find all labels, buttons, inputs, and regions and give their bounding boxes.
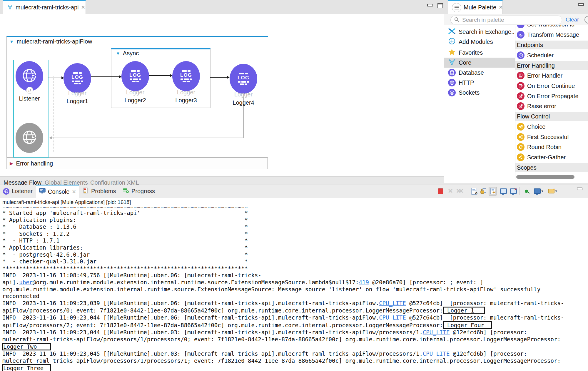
palette-item-on-error-propagate[interactable]: On Error Propagate: [515, 91, 588, 101]
palette-menu-icon[interactable]: [452, 3, 461, 12]
listener-response-node[interactable]: [16, 123, 43, 153]
palette-item-choice[interactable]: Choice: [515, 122, 588, 132]
scroll-lock-button[interactable]: [479, 187, 487, 195]
logger1-type-label: Logger: [54, 90, 101, 97]
console-text: @20e86a70] [processor: ; event: ]: [369, 279, 483, 285]
palette-tab[interactable]: Mule Palette ✕: [448, 0, 503, 14]
console-line: * Started app 'mulecraft-raml-tricks-api…: [2, 210, 588, 217]
palette-header-error-handling: Error Handling: [515, 61, 588, 70]
sidebar-item-core[interactable]: Core: [444, 58, 515, 68]
palette-item-scheduler[interactable]: Scheduler: [515, 50, 588, 60]
console-text: @12efcd6b] [processor:: [450, 350, 527, 357]
console-tab-icon: [39, 188, 46, 195]
editor-minimize-icon[interactable]: [427, 4, 433, 6]
transform-message-icon: [517, 31, 524, 39]
palette-item-on-error-continue[interactable]: On Error Continue: [515, 81, 588, 91]
console-line: * Application libraries: *: [2, 244, 588, 251]
async-header[interactable]: ▼ Async: [116, 50, 139, 57]
palette-item-scatter-gather[interactable]: Scatter-Gather: [515, 152, 588, 162]
sidebar-item-favorites[interactable]: Favorites: [444, 48, 515, 58]
console-link[interactable]: CPU_LITE: [423, 350, 450, 357]
logger1-node[interactable]: LOG: [64, 63, 91, 93]
palette-search-box[interactable]: [450, 16, 562, 24]
display-selected-console-button[interactable]: ▾: [533, 187, 544, 195]
console-line: INFO 2023-11-16 11:09:23,039 [[MuleRunti…: [2, 300, 588, 307]
sidebar-item-database[interactable]: Database: [444, 68, 515, 78]
tab-problems-view[interactable]: Problems: [83, 185, 116, 198]
palette-header-scopes: Scopes: [515, 163, 588, 172]
clear-console-button[interactable]: ✕: [470, 187, 478, 195]
console-text: INFO 2023-11-16 11:09:23,044 [[MuleRunti…: [2, 329, 423, 335]
show-console-on-output-button[interactable]: [499, 187, 507, 195]
console-title: mulecraft-raml-tricks-api [Mule Applicat…: [0, 198, 588, 207]
choice-icon: [517, 123, 524, 131]
console-output[interactable]: ****************************************…: [0, 207, 588, 371]
sidebar-item-search-exchange[interactable]: Search in Exchange..: [444, 27, 515, 37]
console-text: INFO 2023-11-16 11:09:23,045 [[MuleRunti…: [2, 350, 423, 357]
add-modules-icon: [448, 37, 456, 46]
logger2-name-label: Logger2: [112, 97, 159, 104]
logger4-type-label: Logger: [220, 91, 267, 98]
palette-search-input[interactable]: [462, 16, 551, 24]
console-line: * - HTTP : 1.7.1 *: [2, 237, 588, 244]
editor-tab-close-icon[interactable]: ✕: [81, 4, 85, 11]
error-handling-section[interactable]: ▶ Error handling: [6, 158, 268, 169]
console-link[interactable]: CPU_LITE: [379, 300, 406, 306]
logger3-type-label: Logger: [163, 89, 210, 96]
listener-label: Listener: [6, 95, 53, 102]
pin-console-button[interactable]: [522, 187, 530, 195]
terminate-button[interactable]: [436, 187, 445, 195]
async-expand-icon[interactable]: ▼: [116, 51, 120, 56]
console-line: INFO 2023-11-16 11:09:23,045 [[MuleRunti…: [2, 350, 588, 357]
tab-listener-view[interactable]: Listener: [3, 185, 33, 198]
flow-title: mulecraft-raml-tricks-apiFlow: [17, 38, 92, 45]
console-link[interactable]: CPU_LITE: [379, 314, 406, 321]
remove-launch-button[interactable]: ✕: [446, 187, 455, 195]
show-console-on-error-button[interactable]: ✕: [509, 187, 517, 195]
console-link[interactable]: uber: [19, 279, 33, 285]
editor-tab[interactable]: mulecraft-raml-tricks-api ✕: [3, 0, 86, 14]
palette-item-raise-error[interactable]: Raise error: [515, 101, 588, 111]
palette-horizontal-scrollbar[interactable]: [516, 175, 574, 179]
palette-item-first-successful[interactable]: First Successful: [515, 132, 588, 142]
remove-all-terminated-button[interactable]: ✕✕: [456, 187, 464, 195]
console-text: INFO 2023-11-16 11:08:49,756 [[MuleRunti…: [2, 272, 261, 278]
error-handling-expand-icon[interactable]: ▶: [10, 161, 13, 166]
console-line: apiFlow/processors/2; event: 7f1821e0-84…: [2, 321, 588, 329]
logger4-node[interactable]: LOG: [230, 64, 257, 94]
open-console-button[interactable]: ✦▾: [547, 187, 559, 195]
on-error-propagate-icon: [517, 92, 524, 100]
tab-progress-view[interactable]: Progress: [123, 185, 155, 198]
palette-tab-title: Mule Palette: [464, 4, 496, 11]
search-icon: [454, 17, 459, 23]
palette-tab-close-icon[interactable]: ✕: [499, 4, 503, 11]
logger2-node[interactable]: LOG: [121, 61, 149, 91]
editor-maximize-icon[interactable]: [437, 3, 443, 8]
console-line: * - checker-qual-3.31.0.jar *: [2, 258, 588, 265]
console-link[interactable]: CPU_LITE: [423, 329, 450, 335]
flow-expand-icon[interactable]: ▼: [9, 39, 14, 44]
sidebar-item-add-modules[interactable]: Add Modules: [444, 37, 515, 47]
palette-search-row: Clear: [444, 14, 588, 25]
palette-item-round-robin[interactable]: Round Robin: [515, 142, 588, 152]
tab-console-view[interactable]: Console ✕: [36, 185, 79, 198]
word-wrap-button[interactable]: ↵: [489, 187, 497, 195]
sidebar-item-http[interactable]: HTTP: [444, 78, 515, 88]
source-divider-line: [54, 76, 54, 152]
palette-minimize-icon[interactable]: [578, 3, 584, 6]
flow-header[interactable]: ▼ mulecraft-raml-tricks-apiFlow: [9, 38, 92, 45]
palette-item-error-handler[interactable]: Error Handler: [515, 71, 588, 81]
console-tab-close-icon[interactable]: ✕: [72, 189, 76, 195]
console-link[interactable]: 419: [359, 279, 369, 285]
console-line: * - postgresql-42.6.0.jar *: [2, 251, 588, 258]
palette-clear-link[interactable]: Clear: [566, 16, 579, 23]
logger-message-box: Logger 1: [443, 307, 485, 314]
console-line: mulecraft-raml-tricks-apiFlow/processors…: [2, 336, 588, 343]
logger3-node[interactable]: LOG: [172, 61, 200, 91]
bottom-panel-minimize-icon[interactable]: [577, 188, 582, 190]
sidebar-item-sockets[interactable]: Sockets: [444, 88, 515, 98]
palette-item-transform-message[interactable]: Transform Message: [515, 30, 588, 40]
console-text: org.mule.runtime.module.extension.intern…: [2, 286, 540, 293]
console-text: @12efcd6b] [processor:: [450, 329, 527, 335]
flow-canvas[interactable]: ▼ mulecraft-raml-tricks-apiFlow ▼ Async: [0, 14, 444, 177]
